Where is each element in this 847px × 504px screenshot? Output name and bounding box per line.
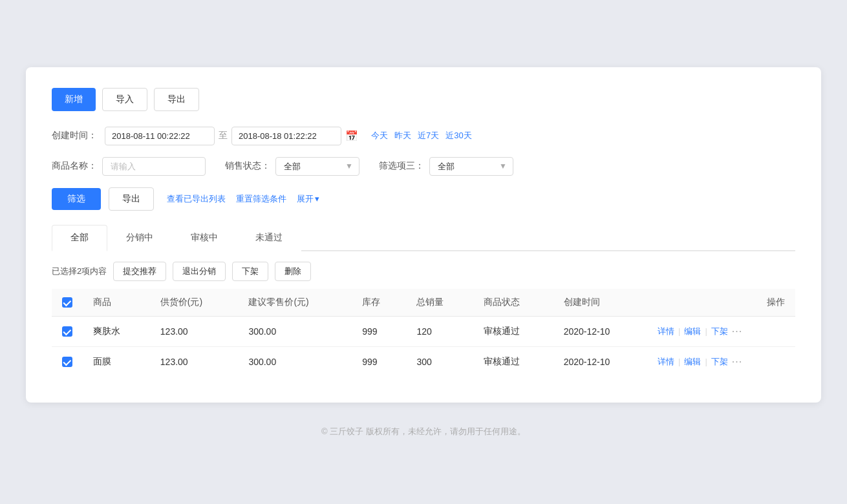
main-card: 新增 导入 导出 创建时间： 至 📅 今天 昨天 近7天 近30天 商品名称： …: [26, 67, 821, 403]
row-status: 审核通过: [473, 346, 553, 377]
row-retail-price: 300.00: [238, 316, 352, 346]
row-product-name: 爽肤水: [83, 316, 150, 346]
quick-dates: 今天 昨天 近7天 近30天: [371, 130, 472, 142]
export-button[interactable]: 导出: [109, 187, 154, 211]
row-created: 2020-12-10: [553, 346, 647, 377]
table-row: 面膜 123.00 300.00 999 300 审核通过 2020-12-10…: [52, 346, 795, 377]
action-sep-1: |: [678, 326, 680, 336]
filter3-group: 筛选项三： 全部 ▼: [379, 157, 513, 176]
product-name-input[interactable]: [102, 157, 206, 176]
batch-exit-distribution-button[interactable]: 退出分销: [173, 262, 226, 281]
tab-all[interactable]: 全部: [52, 225, 107, 251]
col-total-sales: 总销量: [406, 289, 473, 317]
tabs: 全部 分销中 审核中 未通过: [52, 224, 795, 251]
date-filter-label: 创建时间：: [52, 130, 97, 142]
action-sep-2: |: [705, 326, 707, 336]
action-links: 查看已导出列表 重置筛选条件 展开 ▾: [167, 193, 319, 205]
sale-status-group: 销售状态： 全部 ▼: [225, 157, 359, 176]
row-action-buttons: 详情 | 编辑 | 下架 ···: [658, 356, 785, 368]
date-filter-row: 创建时间： 至 📅 今天 昨天 近7天 近30天: [52, 127, 795, 145]
quick-date-today[interactable]: 今天: [371, 130, 388, 142]
row-edit-link[interactable]: 编辑: [684, 326, 701, 337]
expand-chevron-icon: ▾: [315, 194, 319, 204]
table-row: 爽肤水 123.00 300.00 999 120 审核通过 2020-12-1…: [52, 316, 795, 346]
date-start-input[interactable]: [105, 127, 215, 145]
expand-label: 展开: [297, 193, 314, 205]
footer-text: © 三斤饺子 版权所有，未经允许，请勿用于任何用途。: [321, 426, 526, 436]
row-stock: 999: [352, 346, 406, 377]
tab-distributing[interactable]: 分销中: [107, 225, 172, 251]
batch-recommend-button[interactable]: 提交推荐: [113, 262, 166, 281]
sale-status-select-wrapper: 全部 ▼: [275, 157, 359, 176]
row-created: 2020-12-10: [553, 316, 647, 346]
col-stock: 库存: [352, 289, 406, 317]
quick-date-30days[interactable]: 近30天: [445, 130, 471, 142]
row-status: 审核通过: [473, 316, 553, 346]
action-sep-2: |: [705, 357, 707, 366]
col-retail-price: 建议零售价(元): [238, 289, 352, 317]
col-product: 商品: [83, 289, 150, 317]
table-header-checkbox-cell: [52, 289, 83, 317]
col-supply-price: 供货价(元): [150, 289, 239, 317]
add-button[interactable]: 新增: [52, 88, 96, 111]
product-name-group: 商品名称：: [52, 157, 206, 176]
row-supply-price: 123.00: [150, 316, 239, 346]
row-delist-link[interactable]: 下架: [711, 356, 728, 368]
date-end-input[interactable]: [231, 127, 341, 145]
reset-filter-link[interactable]: 重置筛选条件: [236, 193, 286, 205]
view-export-list-link[interactable]: 查看已导出列表: [167, 193, 226, 205]
footer: © 三斤饺子 版权所有，未经允许，请勿用于任何用途。: [321, 426, 526, 437]
row-checkbox-0[interactable]: [62, 326, 72, 337]
batch-label: 已选择2项内容: [52, 266, 107, 277]
row-actions-cell: 详情 | 编辑 | 下架 ···: [647, 316, 795, 346]
action-row: 筛选 导出 查看已导出列表 重置筛选条件 展开 ▾: [52, 187, 795, 211]
calendar-icon[interactable]: 📅: [345, 130, 358, 142]
row-checkbox-cell: [52, 346, 83, 377]
row-total-sales: 300: [406, 346, 473, 377]
quick-date-7days[interactable]: 近7天: [418, 130, 439, 142]
row-detail-link[interactable]: 详情: [658, 356, 674, 368]
row-edit-link[interactable]: 编辑: [684, 356, 701, 368]
filter3-select[interactable]: 全部: [429, 157, 513, 176]
row-checkbox-cell: [52, 316, 83, 346]
toolbar: 新增 导入 导出: [52, 88, 795, 111]
row-detail-link[interactable]: 详情: [658, 326, 674, 337]
row-delist-link[interactable]: 下架: [711, 326, 728, 337]
row-actions-cell: 详情 | 编辑 | 下架 ···: [647, 346, 795, 377]
quick-date-yesterday[interactable]: 昨天: [394, 130, 411, 142]
product-name-label: 商品名称：: [52, 160, 97, 172]
row-stock: 999: [352, 316, 406, 346]
row-more-icon[interactable]: ···: [732, 356, 742, 368]
col-status: 商品状态: [473, 289, 553, 317]
data-table: 商品 供货价(元) 建议零售价(元) 库存 总销量 商品状态 创建时间 操作 爽…: [52, 289, 795, 377]
col-created: 创建时间: [553, 289, 647, 317]
export-button-toolbar[interactable]: 导出: [154, 88, 199, 111]
filter3-label: 筛选项三：: [379, 160, 424, 172]
tab-rejected[interactable]: 未通过: [237, 225, 301, 251]
row-more-icon[interactable]: ···: [732, 326, 742, 337]
import-button[interactable]: 导入: [102, 88, 147, 111]
date-range: 至 📅: [105, 127, 358, 145]
sale-status-label: 销售状态：: [225, 160, 270, 172]
row-checkbox-1[interactable]: [62, 357, 72, 367]
filter3-select-wrapper: 全部 ▼: [429, 157, 513, 176]
col-actions: 操作: [647, 289, 795, 317]
batch-delist-button[interactable]: 下架: [232, 262, 268, 281]
row-product-name: 面膜: [83, 346, 150, 377]
select-all-checkbox[interactable]: [62, 297, 72, 308]
product-filter-row: 商品名称： 销售状态： 全部 ▼ 筛选项三： 全部 ▼: [52, 157, 795, 176]
sale-status-select[interactable]: 全部: [275, 157, 359, 176]
tab-reviewing[interactable]: 审核中: [172, 225, 237, 251]
row-total-sales: 120: [406, 316, 473, 346]
row-supply-price: 123.00: [150, 346, 239, 377]
batch-delete-button[interactable]: 删除: [275, 262, 311, 281]
action-sep-1: |: [678, 357, 680, 366]
batch-bar: 已选择2项内容 提交推荐 退出分销 下架 删除: [52, 262, 795, 281]
row-action-buttons: 详情 | 编辑 | 下架 ···: [658, 326, 785, 337]
row-retail-price: 300.00: [238, 346, 352, 377]
expand-link[interactable]: 展开 ▾: [297, 193, 319, 205]
filter-button[interactable]: 筛选: [52, 188, 101, 210]
date-separator: 至: [219, 130, 228, 142]
